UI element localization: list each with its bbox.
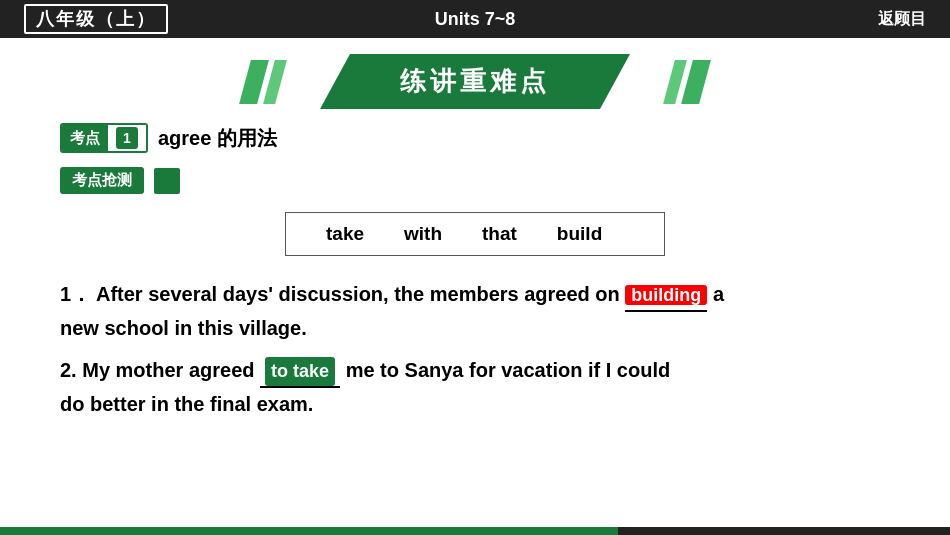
word-with: with xyxy=(404,223,442,245)
sentence-1-answer: building xyxy=(625,285,707,305)
kaodian-label: 考点 xyxy=(62,125,108,151)
sentence-2-before: My mother agreed xyxy=(82,359,260,381)
main-content: 1． After several days' discussion, the m… xyxy=(0,278,950,420)
sentence-2: 2. My mother agreed to take me to Sanya … xyxy=(60,354,890,420)
word-build: build xyxy=(557,223,602,245)
bottom-bar xyxy=(0,527,950,535)
banner-deco-right xyxy=(669,60,705,104)
kaodian-test-badge[interactable]: 考点抢测 xyxy=(60,167,144,194)
sentence-1-before: After several days' discussion, the memb… xyxy=(96,283,625,305)
deco-stripe-4 xyxy=(681,60,711,104)
sentence-2-continuation: do better in the final exam. xyxy=(60,393,313,415)
sentence-2-after: me to Sanya for vacation if I could xyxy=(346,359,671,381)
bottom-bar-dark xyxy=(618,527,951,535)
sentence-1: 1． After several days' discussion, the m… xyxy=(60,278,890,344)
sentence-2-answer-blank: to take xyxy=(260,354,340,388)
sentence-2-answer: to take xyxy=(265,357,335,386)
word-that: that xyxy=(482,223,517,245)
sentence-1-continuation: new school in this village. xyxy=(60,317,307,339)
kaodian-description: agree 的用法 xyxy=(158,125,277,152)
sentence-2-number: 2. xyxy=(60,359,77,381)
sentence-1-after: a xyxy=(713,283,724,305)
banner-title: 练讲重难点 xyxy=(320,54,630,109)
kaodian-test-box xyxy=(154,168,180,194)
header-grade: 八年级（上） xyxy=(24,4,168,34)
word-box-area: take with that build xyxy=(0,212,950,256)
banner-deco-left xyxy=(245,60,281,104)
kaodian-row: 考点 1 agree 的用法 xyxy=(60,123,950,153)
sentence-1-answer-blank: building xyxy=(625,278,707,312)
header: 八年级（上） Units 7~8 返顾目 xyxy=(0,0,950,38)
header-units: Units 7~8 xyxy=(435,9,516,30)
word-take: take xyxy=(326,223,364,245)
sentence-1-number: 1． xyxy=(60,283,91,305)
kaodian-number: 1 xyxy=(116,127,138,149)
kaodian-test-row: 考点抢测 xyxy=(60,167,950,194)
bottom-bar-green xyxy=(0,527,618,535)
header-back[interactable]: 返顾目 xyxy=(878,9,926,30)
banner-area: 练讲重难点 xyxy=(0,54,950,109)
word-box: take with that build xyxy=(285,212,665,256)
kaodian-number-wrapper: 1 xyxy=(108,125,146,151)
kaodian-badge: 考点 1 xyxy=(60,123,148,153)
